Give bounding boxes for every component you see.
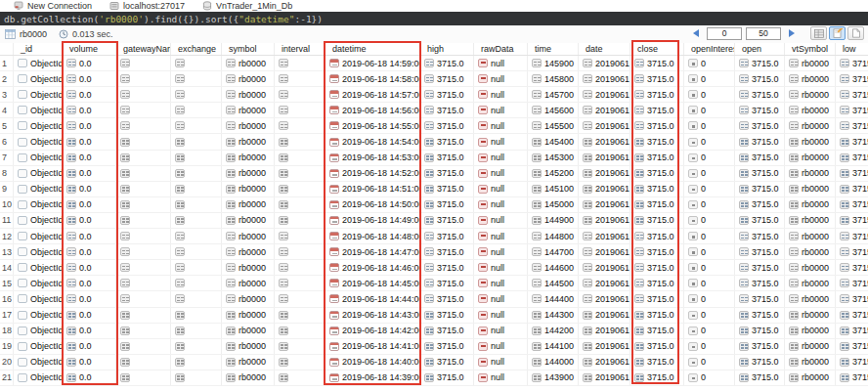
cell-vtSymbol[interactable]: rb0000: [785, 197, 836, 212]
cell-open[interactable]: 3715.0: [735, 355, 785, 370]
cell-id[interactable]: ObjectId("5..: [14, 339, 63, 354]
column-header-rawData[interactable]: rawData: [474, 43, 528, 55]
cell-open[interactable]: 3715.0: [735, 56, 785, 70]
cell-interval[interactable]: [275, 370, 326, 385]
cell-symbol[interactable]: rb0000: [222, 134, 275, 149]
cell-close[interactable]: 3715.0: [630, 197, 684, 212]
column-header-low[interactable]: low: [836, 43, 868, 55]
cell-volume[interactable]: 0.0: [63, 151, 116, 165]
cell-datetime[interactable]: 2019-06-18 14:58:00.000Z: [326, 71, 420, 86]
cell-date[interactable]: 20190618: [579, 71, 630, 86]
row-number-cell[interactable]: 6: [0, 134, 14, 149]
cell-interval[interactable]: [275, 71, 326, 86]
cell-interval[interactable]: [275, 134, 326, 149]
cell-id[interactable]: ObjectId("5..: [14, 197, 63, 212]
tree-mode-button[interactable]: [810, 26, 827, 40]
cell-interval[interactable]: [275, 291, 326, 306]
cell-low[interactable]: 3715.0: [836, 103, 868, 117]
cell-symbol[interactable]: rb0000: [222, 213, 275, 228]
cell-exchange[interactable]: [171, 87, 222, 102]
cell-symbol[interactable]: rb0000: [222, 87, 275, 102]
cell-rawData[interactable]: null: [474, 56, 528, 70]
cell-high[interactable]: 3715.0: [420, 308, 474, 323]
cell-id[interactable]: ObjectId("5..: [14, 229, 63, 243]
column-header-close[interactable]: close: [630, 43, 684, 55]
cell-vtSymbol[interactable]: rb0000: [785, 56, 836, 70]
cell-rawData[interactable]: null: [474, 182, 528, 196]
cell-low[interactable]: 3715.0: [836, 260, 868, 275]
cell-gatewayName[interactable]: [116, 134, 171, 149]
cell-rawData[interactable]: null: [474, 134, 528, 149]
column-header-open[interactable]: open: [735, 43, 785, 55]
cell-vtSymbol[interactable]: rb0000: [785, 182, 836, 196]
cell-interval[interactable]: [275, 182, 326, 196]
cell-close[interactable]: 3715.0: [630, 370, 684, 385]
column-header-date[interactable]: date: [579, 43, 630, 55]
cell-volume[interactable]: 0.0: [63, 56, 116, 70]
row-number-cell[interactable]: 3: [0, 87, 14, 102]
cell-symbol[interactable]: rb0000: [222, 244, 275, 259]
cell-gatewayName[interactable]: [116, 308, 171, 323]
cell-id[interactable]: ObjectId("5..: [14, 118, 63, 133]
cell-exchange[interactable]: [171, 260, 222, 275]
cell-id[interactable]: ObjectId("5..: [14, 71, 63, 86]
row-number-cell[interactable]: 2: [0, 71, 14, 86]
cell-close[interactable]: 3715.0: [630, 118, 684, 133]
cell-openInterest[interactable]: 0: [684, 134, 735, 149]
row-number-cell[interactable]: 18: [0, 324, 14, 338]
cell-time[interactable]: 145600: [528, 103, 579, 117]
cell-high[interactable]: 3715.0: [420, 229, 474, 243]
cell-low[interactable]: 3715.0: [836, 87, 868, 102]
cell-id[interactable]: ObjectId("5..: [14, 151, 63, 165]
cell-datetime[interactable]: 2019-06-18 14:51:00.000Z: [326, 182, 420, 196]
text-mode-button[interactable]: [847, 26, 864, 40]
cell-time[interactable]: 144400: [528, 291, 579, 306]
cell-low[interactable]: 3715.0: [836, 197, 868, 212]
row-number-cell[interactable]: 11: [0, 213, 14, 228]
cell-time[interactable]: 145500: [528, 118, 579, 133]
cell-gatewayName[interactable]: [116, 244, 171, 259]
cell-exchange[interactable]: [171, 355, 222, 370]
cell-close[interactable]: 3715.0: [630, 276, 684, 290]
cell-datetime[interactable]: 2019-06-18 14:41:00.000Z: [326, 339, 420, 354]
cell-high[interactable]: 3715.0: [420, 166, 474, 181]
column-header-volume[interactable]: volume: [63, 43, 116, 55]
cell-low[interactable]: 3715.0: [836, 244, 868, 259]
row-number-cell[interactable]: 19: [0, 339, 14, 354]
cell-datetime[interactable]: 2019-06-18 14:42:00.000Z: [326, 324, 420, 338]
cell-vtSymbol[interactable]: rb0000: [785, 103, 836, 117]
cell-exchange[interactable]: [171, 308, 222, 323]
cell-open[interactable]: 3715.0: [735, 103, 785, 117]
cell-interval[interactable]: [275, 355, 326, 370]
cell-volume[interactable]: 0.0: [63, 308, 116, 323]
cell-rawData[interactable]: null: [474, 370, 528, 385]
cell-open[interactable]: 3715.0: [735, 71, 785, 86]
cell-vtSymbol[interactable]: rb0000: [785, 71, 836, 86]
cell-id[interactable]: ObjectId("5..: [14, 182, 63, 196]
cell-open[interactable]: 3715.0: [735, 291, 785, 306]
cell-close[interactable]: 3715.0: [630, 71, 684, 86]
breadcrumb-connection[interactable]: New Connection: [14, 1, 92, 11]
breadcrumb-database[interactable]: VnTrader_1Min_Db: [202, 1, 292, 11]
cell-rawData[interactable]: null: [474, 324, 528, 338]
cell-open[interactable]: 3715.0: [735, 308, 785, 323]
cell-low[interactable]: 3715.0: [836, 134, 868, 149]
cell-datetime[interactable]: 2019-06-18 14:48:00.000Z: [326, 229, 420, 243]
cell-id[interactable]: ObjectId("5..: [14, 134, 63, 149]
cell-gatewayName[interactable]: [116, 87, 171, 102]
column-header-time[interactable]: time: [528, 43, 579, 55]
cell-id[interactable]: ObjectId("5..: [14, 166, 63, 181]
cell-gatewayName[interactable]: [116, 71, 171, 86]
cell-id[interactable]: ObjectId("5..: [14, 370, 63, 385]
cell-exchange[interactable]: [171, 166, 222, 181]
cell-open[interactable]: 3715.0: [735, 339, 785, 354]
cell-close[interactable]: 3715.0: [630, 151, 684, 165]
cell-id[interactable]: ObjectId("5..: [14, 324, 63, 338]
cell-date[interactable]: 20190618: [579, 276, 630, 290]
cell-vtSymbol[interactable]: rb0000: [785, 355, 836, 370]
cell-gatewayName[interactable]: [116, 260, 171, 275]
cell-openInterest[interactable]: 0: [684, 166, 735, 181]
cell-datetime[interactable]: 2019-06-18 14:52:00.000Z: [326, 166, 420, 181]
cell-exchange[interactable]: [171, 56, 222, 70]
cell-rawData[interactable]: null: [474, 71, 528, 86]
